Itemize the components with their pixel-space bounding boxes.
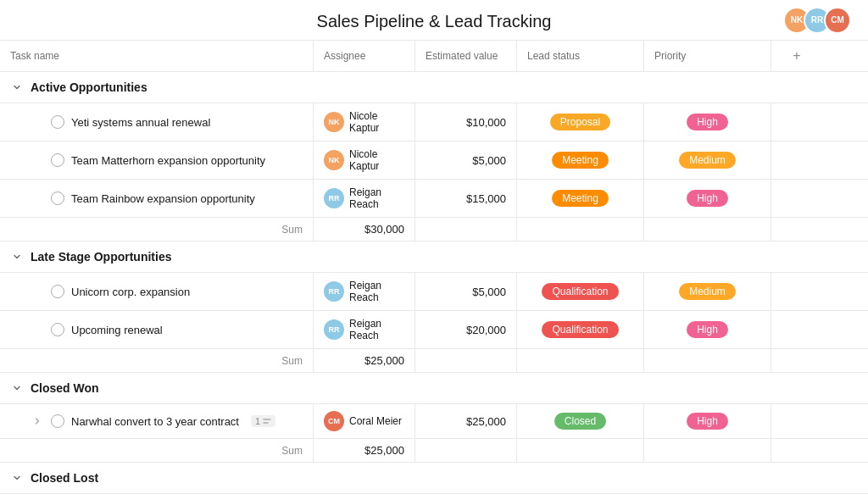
task-name-row1: Yeti systems annual renewal xyxy=(71,116,210,129)
data-row-row6: Narwhal convert to 3 year contract 1 CM … xyxy=(0,404,868,439)
sum-empty-4-closed_won xyxy=(771,439,822,462)
section-header-active_opportunities[interactable]: Active Opportunities xyxy=(0,72,822,103)
expand-row-icon[interactable] xyxy=(31,414,44,428)
status-cell-row1[interactable]: Proposal xyxy=(517,103,644,141)
priority-cell-row1[interactable]: High xyxy=(644,103,771,141)
section-row-active_opportunities: Active Opportunities xyxy=(0,72,868,103)
col-estimated-value: Estimated value xyxy=(415,41,517,71)
extra-cell-row1 xyxy=(771,103,822,141)
task-cell-row3[interactable]: Team Rainbow expansion opportunity xyxy=(0,180,314,217)
avatar-3[interactable]: CM xyxy=(824,7,851,34)
sum-value-late_stage_opportunities: $25,000 xyxy=(314,349,415,372)
priority-badge-row3[interactable]: High xyxy=(687,190,728,207)
section-header-closed_lost[interactable]: Closed Lost xyxy=(0,463,822,493)
sum-empty-4-active_opportunities xyxy=(771,218,822,241)
check-icon-row5[interactable] xyxy=(51,323,64,336)
sum-empty-3-late_stage_opportunities xyxy=(644,349,771,372)
priority-cell-row2[interactable]: Medium xyxy=(644,142,771,179)
task-name-row2: Team Matterhorn expansion opportunity xyxy=(71,154,265,167)
value-cell-row5: $20,000 xyxy=(415,311,517,348)
section-row-closed_won: Closed Won xyxy=(0,373,868,404)
assignee-cell-row6[interactable]: CM Coral Meier xyxy=(314,404,415,438)
status-cell-row2[interactable]: Meeting xyxy=(517,142,644,179)
data-row-row5: Upcoming renewal RR Reigan Reach $20,000… xyxy=(0,311,868,349)
priority-cell-row3[interactable]: High xyxy=(644,180,771,217)
lead-status-badge-row1[interactable]: Proposal xyxy=(550,114,610,130)
section-row-late_stage_opportunities: Late Stage Opportunities xyxy=(0,241,868,273)
section-collapse-icon-active_opportunities[interactable] xyxy=(10,80,24,94)
value-cell-row6: $25,000 xyxy=(415,404,517,438)
status-cell-row5[interactable]: Qualification xyxy=(517,311,644,348)
section-title-closed_won: Closed Won xyxy=(31,381,99,395)
status-cell-row6[interactable]: Closed xyxy=(517,404,644,438)
assignee-cell-row5[interactable]: RR Reigan Reach xyxy=(314,311,415,348)
task-cell-row2[interactable]: Team Matterhorn expansion opportunity xyxy=(0,142,314,179)
task-cell-row1[interactable]: Yeti systems annual renewal xyxy=(0,103,314,141)
lead-status-badge-row2[interactable]: Meeting xyxy=(552,152,609,169)
sum-row-closed_won: Sum $25,000 xyxy=(0,439,868,463)
status-cell-row3[interactable]: Meeting xyxy=(517,180,644,217)
value-cell-row3: $15,000 xyxy=(415,180,517,217)
priority-badge-row1[interactable]: High xyxy=(687,114,728,130)
task-name-row5: Upcoming renewal xyxy=(71,324,163,336)
check-icon-row1[interactable] xyxy=(51,115,64,129)
section-header-closed_won[interactable]: Closed Won xyxy=(0,373,822,403)
page-header: Sales Pipeline & Lead Tracking NK RR CM xyxy=(0,0,868,40)
col-task-name: Task name xyxy=(0,41,314,71)
section-collapse-icon-closed_won[interactable] xyxy=(10,381,24,395)
priority-cell-row4[interactable]: Medium xyxy=(644,273,771,310)
subtask-badge-row6[interactable]: 1 xyxy=(251,415,275,427)
estimated-value-row6: $25,000 xyxy=(466,415,506,428)
check-icon-row3[interactable] xyxy=(51,191,64,205)
priority-badge-row2[interactable]: Medium xyxy=(679,152,736,169)
assignee-cell-row1[interactable]: NK Nicole Kaptur xyxy=(314,103,415,141)
priority-cell-row6[interactable]: High xyxy=(644,404,771,438)
col-lead-status: Lead status xyxy=(517,41,644,71)
sum-empty-1-active_opportunities xyxy=(415,218,517,241)
assignee-cell-row4[interactable]: RR Reigan Reach xyxy=(314,273,415,310)
col-add[interactable]: + xyxy=(771,41,822,71)
value-cell-row2: $5,000 xyxy=(415,142,517,179)
assignee-avatar-row3: RR xyxy=(324,188,344,208)
priority-cell-row5[interactable]: High xyxy=(644,311,771,348)
assignee-name-row5: Reigan Reach xyxy=(349,318,404,341)
task-cell-row4[interactable]: Unicorn corp. expansion xyxy=(0,273,314,310)
column-headers: Task name Assignee Estimated value Lead … xyxy=(0,40,868,72)
data-row-row4: Unicorn corp. expansion RR Reigan Reach … xyxy=(0,273,868,311)
task-cell-row5[interactable]: Upcoming renewal xyxy=(0,311,314,348)
sum-empty-2-late_stage_opportunities xyxy=(517,349,644,372)
lead-status-badge-row6[interactable]: Closed xyxy=(554,413,606,430)
sum-value-active_opportunities: $30,000 xyxy=(314,218,415,241)
assignee-cell-row3[interactable]: RR Reigan Reach xyxy=(314,180,415,217)
section-title-late_stage_opportunities: Late Stage Opportunities xyxy=(31,250,171,264)
priority-badge-row5[interactable]: High xyxy=(687,321,728,338)
lead-status-badge-row5[interactable]: Qualification xyxy=(542,321,618,338)
lead-status-badge-row4[interactable]: Qualification xyxy=(542,283,618,300)
priority-badge-row6[interactable]: High xyxy=(687,413,728,430)
extra-cell-row6 xyxy=(771,404,822,438)
assignee-cell-row2[interactable]: NK Nicole Kaptur xyxy=(314,142,415,179)
task-cell-row6[interactable]: Narwhal convert to 3 year contract 1 xyxy=(0,404,314,438)
lead-status-badge-row3[interactable]: Meeting xyxy=(552,190,609,207)
data-row-row2: Team Matterhorn expansion opportunity NK… xyxy=(0,142,868,180)
assignee-name-row6: Coral Meier xyxy=(349,415,402,427)
check-icon-row6[interactable] xyxy=(51,414,64,428)
section-collapse-icon-closed_lost[interactable] xyxy=(10,471,24,485)
priority-badge-row4[interactable]: Medium xyxy=(679,283,736,300)
section-header-late_stage_opportunities[interactable]: Late Stage Opportunities xyxy=(0,241,822,272)
task-name-row3: Team Rainbow expansion opportunity xyxy=(71,192,255,205)
add-column-icon[interactable]: + xyxy=(788,47,805,64)
avatar-group: NK RR CM xyxy=(783,7,851,34)
assignee-avatar-row2: NK xyxy=(324,150,344,170)
estimated-value-row4: $5,000 xyxy=(472,286,506,298)
section-collapse-icon-late_stage_opportunities[interactable] xyxy=(10,250,24,264)
data-row-row1: Yeti systems annual renewal NK Nicole Ka… xyxy=(0,103,868,142)
check-icon-row4[interactable] xyxy=(51,285,64,298)
sum-empty-2-closed_won xyxy=(517,439,644,462)
estimated-value-row1: $10,000 xyxy=(466,116,506,129)
sum-label-late_stage_opportunities: Sum xyxy=(0,349,314,372)
status-cell-row4[interactable]: Qualification xyxy=(517,273,644,310)
sum-label-closed_won: Sum xyxy=(0,439,314,462)
check-icon-row2[interactable] xyxy=(51,153,64,167)
task-name-row6: Narwhal convert to 3 year contract xyxy=(71,415,239,428)
